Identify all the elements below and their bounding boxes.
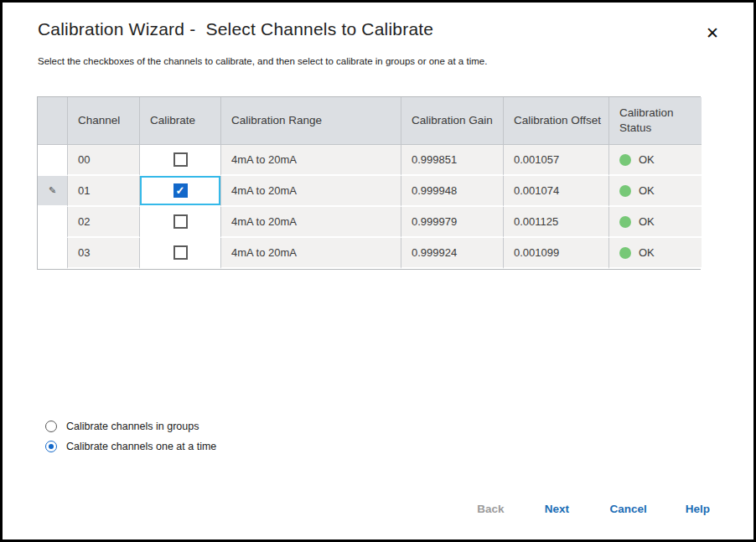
status-ok-icon xyxy=(619,247,631,259)
calibrate-checkbox[interactable]: ✓ xyxy=(173,214,188,229)
gain-cell: 0.999924 xyxy=(401,238,504,269)
row-header-cell xyxy=(38,207,68,238)
gain-cell: 0.999948 xyxy=(401,176,504,207)
offset-cell: 0.001099 xyxy=(504,238,609,269)
range-cell: 4mA to 20mA xyxy=(221,238,401,269)
status-cell: OK xyxy=(609,176,702,207)
calibrate-cell: ✓ xyxy=(140,176,221,207)
column-header-gain: Calibration Gain xyxy=(401,97,504,145)
radio-icon[interactable] xyxy=(45,421,57,432)
radio-label: Calibrate channels in groups xyxy=(66,421,199,432)
status-ok-icon xyxy=(619,154,631,166)
channel-cell: 00 xyxy=(68,145,140,176)
calibrate-cell: ✓ xyxy=(140,207,221,238)
help-button[interactable]: Help xyxy=(672,493,723,524)
cancel-button[interactable]: Cancel xyxy=(596,493,660,524)
status-cell: OK xyxy=(609,238,702,269)
offset-cell: 0.001074 xyxy=(504,176,609,207)
offset-cell: 0.001125 xyxy=(504,207,609,238)
edit-pencil-icon: ✎ xyxy=(49,185,56,196)
column-header-status: Calibration Status xyxy=(609,97,702,145)
gain-cell: 0.999851 xyxy=(401,145,504,176)
column-header-range: Calibration Range xyxy=(221,97,401,145)
column-header-calibrate: Calibrate xyxy=(140,97,221,145)
calibration-wizard-dialog: Calibration Wizard - Select Channels to … xyxy=(0,0,756,542)
channel-cell: 01 xyxy=(68,176,140,207)
status-ok-icon xyxy=(619,216,631,228)
calibrate-checkbox[interactable]: ✓ xyxy=(173,183,188,198)
calibrate-cell: ✓ xyxy=(140,145,221,176)
next-button[interactable]: Next xyxy=(529,493,584,524)
radio-icon[interactable] xyxy=(45,441,57,452)
offset-cell: 0.001057 xyxy=(504,145,609,176)
status-cell: OK xyxy=(609,207,702,238)
channel-cell: 02 xyxy=(68,207,140,238)
gain-cell: 0.999979 xyxy=(401,207,504,238)
status-label: OK xyxy=(639,246,655,259)
dialog-subtitle: Select the checkboxes of the channels to… xyxy=(38,56,487,66)
wizard-footer: Back Next Cancel Help xyxy=(463,493,723,524)
calibration-mode-options: Calibrate channels in groups Calibrate c… xyxy=(45,416,216,457)
calibrate-checkbox[interactable]: ✓ xyxy=(173,245,188,260)
radio-calibrate-one-at-a-time[interactable]: Calibrate channels one at a time xyxy=(45,436,216,457)
back-button[interactable]: Back xyxy=(463,493,517,524)
close-icon[interactable]: ✕ xyxy=(702,23,723,44)
row-header-cell: ✎ xyxy=(38,176,68,207)
column-header-rowmarker xyxy=(38,97,68,145)
row-header-cell xyxy=(38,238,68,269)
check-icon: ✓ xyxy=(176,185,185,196)
channel-cell: 03 xyxy=(68,238,140,269)
row-header-cell xyxy=(38,145,68,176)
column-header-channel: Channel xyxy=(68,97,140,145)
radio-label: Calibrate channels one at a time xyxy=(66,441,216,452)
page-title: Calibration Wizard - Select Channels to … xyxy=(38,19,433,39)
status-ok-icon xyxy=(619,185,631,197)
status-label: OK xyxy=(639,215,655,228)
calibrate-checkbox[interactable]: ✓ xyxy=(173,152,188,167)
calibrate-cell: ✓ xyxy=(140,238,221,269)
range-cell: 4mA to 20mA xyxy=(221,176,401,207)
range-cell: 4mA to 20mA xyxy=(221,207,401,238)
status-label: OK xyxy=(639,153,655,166)
channels-table: Channel Calibrate Calibration Range Cali… xyxy=(37,96,701,270)
range-cell: 4mA to 20mA xyxy=(221,145,401,176)
column-header-offset: Calibration Offset xyxy=(504,97,609,145)
radio-calibrate-in-groups[interactable]: Calibrate channels in groups xyxy=(45,416,216,436)
status-label: OK xyxy=(639,184,655,197)
status-cell: OK xyxy=(609,145,702,176)
